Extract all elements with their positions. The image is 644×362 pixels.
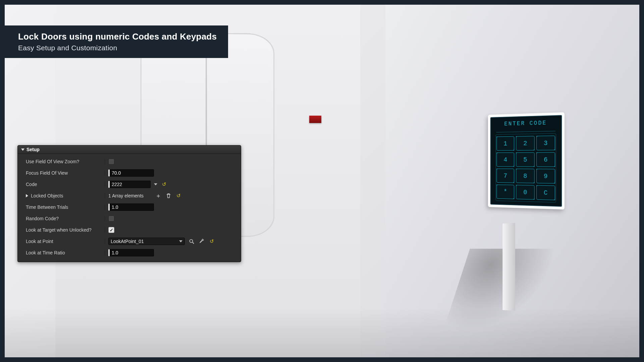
spinner-icon — [148, 171, 152, 175]
keypad-title: ENTER CODE — [504, 119, 547, 127]
row-look-point: Look at Point LookAtPoint_01 ↺ — [18, 236, 241, 247]
setup-panel: Setup Use Field Of View Zoom? Focus Fiel… — [17, 145, 241, 262]
keypad-key-1[interactable]: 1 — [496, 136, 514, 150]
keypad-key-9[interactable]: 9 — [536, 169, 555, 183]
keypad-key-clear[interactable]: C — [536, 185, 555, 200]
keypad-key-5[interactable]: 5 — [516, 152, 534, 167]
reset-code-icon[interactable]: ↺ — [161, 181, 167, 188]
input-code[interactable]: 2222 — [108, 181, 151, 188]
svg-point-0 — [190, 240, 193, 243]
viewport: ENTER CODE 1 2 3 4 5 6 7 8 9 * 0 C Lock … — [5, 5, 639, 357]
row-fov-zoom: Use Field Of View Zoom? — [18, 156, 241, 167]
label-random-code: Random Code? — [26, 216, 59, 221]
banner-subtitle: Easy Setup and Customization — [18, 44, 217, 52]
banner-title: Lock Doors using numeric Codes and Keypa… — [18, 32, 217, 42]
browse-asset-icon[interactable] — [188, 238, 195, 245]
label-look-unlocked: Look at Target when Unlocked? — [26, 227, 92, 233]
setup-panel-title: Setup — [26, 147, 40, 152]
reset-look-point-icon[interactable]: ↺ — [208, 238, 215, 245]
collapse-icon — [21, 148, 24, 151]
keypad-key-6[interactable]: 6 — [536, 152, 555, 167]
keypad-screen: ENTER CODE 1 2 3 4 5 6 7 8 9 * 0 C — [490, 115, 562, 207]
spinner-icon — [148, 205, 152, 209]
setup-panel-body: Use Field Of View Zoom? Focus Field Of V… — [18, 154, 241, 262]
keypad-grid: 1 2 3 4 5 6 7 8 9 * 0 C — [496, 133, 556, 202]
label-code: Code — [26, 182, 37, 187]
keypad-key-0[interactable]: 0 — [516, 185, 534, 199]
input-trials[interactable]: 1.0 — [108, 203, 154, 211]
title-banner: Lock Doors using numeric Codes and Keypa… — [5, 25, 228, 58]
keypad-key-7[interactable]: 7 — [496, 169, 514, 183]
spinner-icon — [148, 251, 152, 255]
eyedropper-icon[interactable] — [198, 238, 205, 245]
keypad-stand — [502, 223, 515, 311]
label-look-point: Look at Point — [26, 239, 53, 244]
env-floor-shade — [5, 308, 639, 357]
svg-line-1 — [193, 242, 194, 244]
row-random-code: Random Code? — [18, 213, 241, 224]
keypad-key-star[interactable]: * — [496, 184, 514, 199]
keypad-key-2[interactable]: 2 — [516, 136, 534, 150]
keypad-display-line — [496, 126, 555, 132]
checkbox-fov-zoom[interactable] — [108, 159, 114, 165]
label-time-ratio: Look at Time Ratio — [26, 250, 65, 255]
select-look-point[interactable]: LookAtPoint_01 — [108, 238, 185, 245]
clear-array-icon[interactable] — [165, 192, 172, 199]
label-fov-zoom: Use Field Of View Zoom? — [26, 159, 79, 164]
expand-locked-icon[interactable] — [26, 194, 28, 197]
dropdown-caret-icon — [179, 240, 182, 242]
value-focus-fov: 70.0 — [112, 170, 121, 176]
keypad-key-8[interactable]: 8 — [516, 169, 534, 183]
keypad-device: ENTER CODE 1 2 3 4 5 6 7 8 9 * 0 C — [488, 112, 565, 209]
value-time-ratio: 1.0 — [112, 250, 118, 255]
reset-array-icon[interactable]: ↺ — [175, 192, 182, 199]
keypad-key-3[interactable]: 3 — [536, 135, 555, 150]
value-look-point: LookAtPoint_01 — [111, 239, 144, 244]
checkbox-random-code[interactable] — [108, 216, 114, 222]
add-element-icon[interactable]: ＋ — [155, 192, 162, 199]
row-look-unlocked: Look at Target when Unlocked? — [18, 224, 241, 236]
row-code: Code 2222 ↺ — [18, 179, 241, 190]
row-locked-objects: Locked Objects 1 Array elements ＋ ↺ — [18, 190, 241, 201]
setup-panel-header[interactable]: Setup — [18, 145, 241, 154]
checkbox-look-unlocked[interactable] — [108, 227, 114, 233]
input-time-ratio[interactable]: 1.0 — [108, 249, 154, 256]
input-focus-fov[interactable]: 70.0 — [108, 169, 154, 177]
row-focus-fov: Focus Field Of View 70.0 — [18, 167, 241, 179]
value-code: 2222 — [112, 182, 122, 187]
locked-summary: 1 Array elements — [108, 193, 144, 198]
value-trials: 1.0 — [112, 204, 118, 210]
code-dropdown-caret[interactable] — [154, 183, 157, 185]
label-locked-objects: Locked Objects — [31, 193, 63, 198]
door-status-light — [309, 116, 321, 123]
label-focus-fov: Focus Field Of View — [26, 170, 68, 176]
keypad-key-4[interactable]: 4 — [496, 153, 514, 167]
row-time-between-trials: Time Between Trials 1.0 — [18, 201, 241, 213]
row-time-ratio: Look at Time Ratio 1.0 — [18, 247, 241, 258]
label-trials: Time Between Trials — [26, 204, 68, 210]
